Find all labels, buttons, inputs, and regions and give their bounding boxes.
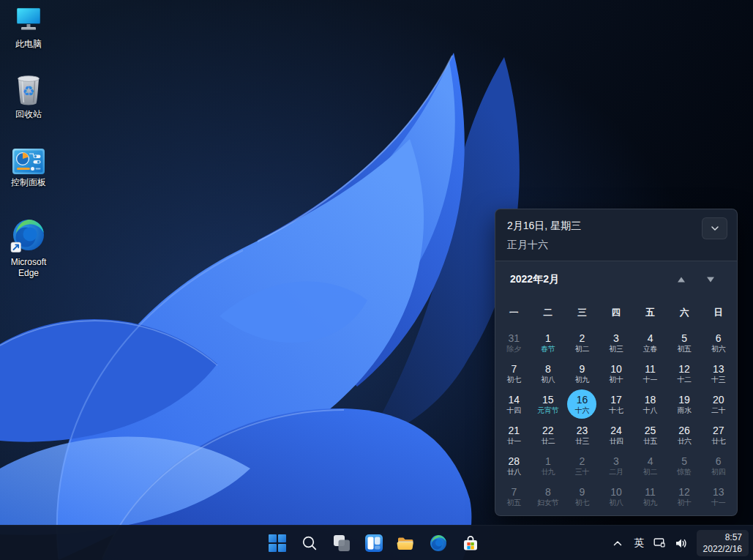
desktop-icon-label: 回收站: [15, 109, 42, 120]
calendar-day[interactable]: 9初九: [565, 358, 599, 389]
calendar-date-label: 2月16日, 星期三: [507, 220, 725, 233]
calendar-day[interactable]: 9初七: [565, 481, 599, 512]
weekday-label: 五: [633, 307, 667, 319]
calendar-day[interactable]: 7初七: [497, 358, 531, 389]
calendar-month-nav: 2022年2月: [495, 261, 737, 298]
calendar-header: 2月16日, 星期三 正月十六: [495, 209, 737, 261]
desktop-icon-label: Microsoft Edge: [2, 257, 55, 279]
weekday-label: 日: [701, 307, 735, 319]
weekday-label: 二: [531, 307, 566, 319]
calendar-day[interactable]: 25廿五: [633, 419, 667, 450]
calendar-day[interactable]: 11初九: [633, 481, 667, 512]
triangle-up-icon: [677, 276, 686, 283]
calendar-next-month-button[interactable]: [696, 269, 725, 291]
clock-time: 8:57: [725, 531, 742, 543]
taskbar-store-button[interactable]: [457, 530, 484, 556]
calendar-day[interactable]: 26廿六: [667, 419, 702, 450]
calendar-day[interactable]: 28廿八: [497, 450, 531, 481]
calendar-weekday-row: 一二三四五六日: [495, 298, 737, 327]
tray-volume-button[interactable]: [672, 530, 692, 556]
desktop-icon-label: 此电脑: [15, 39, 42, 50]
calendar-day[interactable]: 18十八: [633, 389, 667, 419]
calendar-day[interactable]: 8妇女节: [531, 481, 566, 512]
tray-hidden-icons-button[interactable]: [608, 530, 628, 556]
calendar-day[interactable]: 6初六: [701, 327, 735, 358]
calendar-day[interactable]: 27廿七: [701, 419, 735, 450]
desktop-icon-recycle-bin[interactable]: ♻ 回收站: [0, 73, 57, 120]
task-view-icon: [333, 534, 351, 552]
calendar-day[interactable]: 31除夕: [497, 327, 531, 358]
tray-clock-button[interactable]: 8:57 2022/2/16: [697, 530, 749, 556]
calendar-day[interactable]: 5初五: [667, 327, 702, 358]
taskbar-widgets-button[interactable]: [361, 530, 387, 556]
calendar-day[interactable]: 6初四: [701, 450, 735, 481]
calendar-day[interactable]: 23廿三: [565, 419, 599, 450]
search-icon: [301, 535, 318, 551]
calendar-lunar-label: 正月十六: [507, 239, 725, 252]
calendar-day[interactable]: 13十一: [701, 481, 735, 512]
calendar-day[interactable]: 15元宵节: [531, 389, 566, 419]
calendar-day[interactable]: 21廿一: [497, 419, 531, 450]
calendar-day[interactable]: 16十六: [565, 389, 599, 419]
weekday-label: 三: [565, 307, 599, 319]
this-pc-icon: [12, 6, 45, 37]
calendar-day[interactable]: 10初十: [599, 358, 634, 389]
weekday-label: 四: [599, 307, 634, 319]
taskbar: 英 8:57: [0, 525, 753, 560]
calendar-day[interactable]: 5惊蛰: [667, 450, 702, 481]
control-panel-icon: [12, 148, 45, 175]
calendar-day[interactable]: 12十二: [667, 358, 702, 389]
calendar-prev-month-button[interactable]: [667, 269, 696, 291]
widgets-icon: [365, 534, 383, 552]
taskbar-search-button[interactable]: [296, 530, 323, 556]
calendar-day[interactable]: 20二十: [701, 389, 735, 419]
calendar-day[interactable]: 8初八: [531, 358, 566, 389]
desktop-icon-this-pc[interactable]: 此电脑: [0, 6, 57, 50]
start-icon: [269, 534, 286, 552]
calendar-day-grid: 31除夕1春节2初二3初三4立春5初五6初六7初七8初八9初九10初十11十一1…: [495, 327, 737, 512]
tray-network-button[interactable]: [651, 530, 670, 556]
calendar-day[interactable]: 7初五: [497, 481, 531, 512]
calendar-day[interactable]: 19雨水: [667, 389, 702, 419]
taskbar-edge-button[interactable]: [425, 530, 452, 556]
svg-text:♻: ♻: [22, 83, 34, 99]
volume-icon: [675, 537, 688, 550]
ime-language-label: 英: [634, 537, 644, 550]
calendar-day[interactable]: 1春节: [531, 327, 566, 358]
tray-ime-indicator[interactable]: 英: [629, 530, 649, 556]
desktop-icon-microsoft-edge[interactable]: Microsoft Edge: [0, 217, 57, 279]
calendar-day[interactable]: 2初二: [565, 327, 599, 358]
calendar-flyout: 2月16日, 星期三 正月十六 2022年2月 一二三四五六日 31除夕1春节2…: [495, 209, 738, 516]
file-explorer-icon: [397, 534, 415, 552]
calendar-day[interactable]: 12初十: [667, 481, 702, 512]
calendar-day[interactable]: 3二月: [599, 450, 634, 481]
edge-icon: [430, 534, 447, 552]
calendar-day[interactable]: 2三十: [565, 450, 599, 481]
taskbar-center-icons: [264, 530, 484, 556]
calendar-day[interactable]: 11十一: [633, 358, 667, 389]
calendar-day[interactable]: 4立春: [633, 327, 667, 358]
calendar-collapse-button[interactable]: [702, 217, 727, 239]
clock-date: 2022/2/16: [703, 543, 742, 555]
taskbar-start-button[interactable]: [264, 530, 291, 556]
calendar-day[interactable]: 3初三: [599, 327, 634, 358]
desktop-icon-control-panel[interactable]: 控制面板: [0, 148, 57, 188]
weekday-label: 六: [667, 307, 702, 319]
taskbar-task-view-button[interactable]: [329, 530, 355, 556]
calendar-day[interactable]: 17十七: [599, 389, 634, 419]
microsoft-store-icon: [462, 534, 479, 552]
calendar-day[interactable]: 24廿四: [599, 419, 634, 450]
chevron-down-icon: [710, 223, 720, 234]
calendar-day[interactable]: 22廿二: [531, 419, 566, 450]
calendar-day[interactable]: 14十四: [497, 389, 531, 419]
network-icon: [653, 537, 667, 550]
chevron-up-icon: [612, 538, 623, 548]
calendar-day[interactable]: 10初八: [599, 481, 634, 512]
calendar-day[interactable]: 13十三: [701, 358, 735, 389]
taskbar-file-explorer-button[interactable]: [393, 530, 419, 556]
edge-icon: [10, 217, 48, 255]
calendar-day[interactable]: 4初二: [633, 450, 667, 481]
weekday-label: 一: [497, 307, 531, 319]
calendar-day[interactable]: 1廿九: [531, 450, 566, 481]
triangle-down-icon: [706, 276, 715, 283]
